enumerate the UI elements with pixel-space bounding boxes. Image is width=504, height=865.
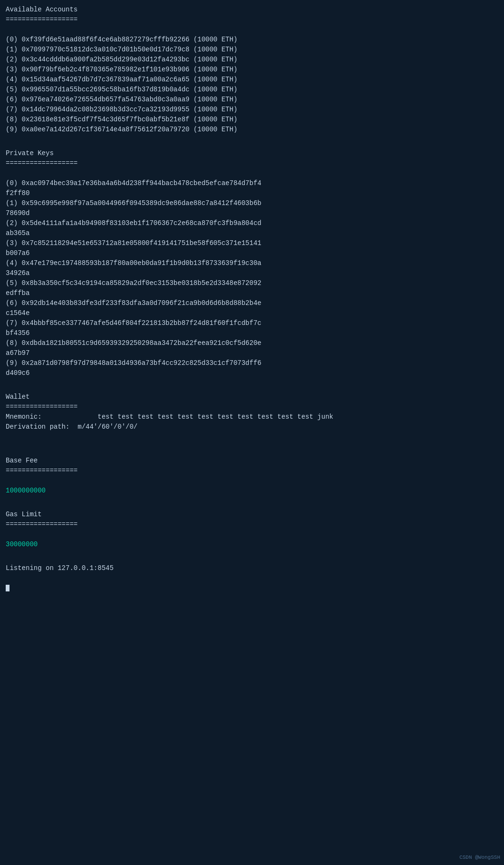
- pk-8: (8) 0xdbda1821b80551c9d65939329250298aa3…: [6, 338, 498, 358]
- account-9: (9) 0xa0ee7a142d267c1f36714e4a8f75612f20…: [6, 125, 498, 135]
- base-fee-section: Base Fee ================== 1000000000: [6, 456, 498, 496]
- account-8: (8) 0x23618e81e3f5cdf7f54c3d65f7fbc0abf5…: [6, 115, 498, 125]
- account-0: (0) 0xf39fd6e51aad88f6f4ce6ab8827279cfff…: [6, 35, 498, 45]
- account-5: (5) 0x9965507d1a55bcc2695c58ba16fb37d819…: [6, 85, 498, 95]
- account-3: (3) 0x90f79bf6eb2c4f870365e785982e1f101e…: [6, 65, 498, 75]
- listening-line: Listening on 127.0.0.1:8545: [6, 563, 498, 573]
- account-4: (4) 0x15d34aaf54267db7d7c367839aaf71a00a…: [6, 75, 498, 85]
- derivation-value: m/44'/60'/0'/0/: [78, 423, 137, 431]
- derivation-line: Derivation path: m/44'/60'/0'/0/: [6, 422, 498, 432]
- accounts-title: Available Accounts: [6, 5, 498, 15]
- gas-limit-title: Gas Limit: [6, 510, 498, 520]
- accounts-list: (0) 0xf39fd6e51aad88f6f4ce6ab8827279cfff…: [6, 35, 498, 135]
- wallet-title: Wallet: [6, 392, 498, 402]
- pk-6: (6) 0x92db14e403b83dfe3df233f83dfa3a0d70…: [6, 298, 498, 318]
- gas-limit-section: Gas Limit ================== 30000000: [6, 510, 498, 550]
- account-7: (7) 0x14dc79964da2c08b23698b3d3cc7ca3219…: [6, 105, 498, 115]
- watermark: CSDN @WongSSH: [459, 854, 500, 862]
- accounts-divider: ==================: [6, 15, 498, 25]
- derivation-label: Derivation path:: [6, 423, 69, 431]
- base-fee-divider: ==================: [6, 466, 498, 476]
- terminal-output: Available Accounts ================== (0…: [6, 5, 498, 593]
- pk-7: (7) 0x4bbbf85ce3377467afe5d46f804f221813…: [6, 318, 498, 338]
- mnemonic-label: Mnemonic:: [6, 413, 42, 421]
- account-6: (6) 0x976ea74026e726554db657fa54763abd0c…: [6, 95, 498, 105]
- listening-text: Listening on 127.0.0.1:8545: [6, 564, 114, 572]
- base-fee-value: 1000000000: [6, 486, 498, 496]
- pk-9: (9) 0x2a871d0798f97d79848a013d4936a73bf4…: [6, 358, 498, 378]
- account-2: (2) 0x3c44cdddb6a900fa2b585dd299e03d12fa…: [6, 55, 498, 65]
- wallet-section: Wallet ================== Mnemonic: test…: [6, 392, 498, 432]
- private-keys-list: (0) 0xac0974bec39a17e36ba4a6b4d238ff944b…: [6, 178, 498, 378]
- mnemonic-line: Mnemonic: test test test test test test …: [6, 412, 498, 422]
- private-keys-divider: ==================: [6, 158, 498, 168]
- pk-2: (2) 0x5de4111afa1a4b94908f83103eb1f17063…: [6, 218, 498, 238]
- terminal-cursor: [6, 585, 10, 591]
- wallet-divider: ==================: [6, 402, 498, 412]
- gas-limit-divider: ==================: [6, 520, 498, 530]
- mnemonic-value: test test test test test test test test …: [97, 413, 333, 421]
- pk-4: (4) 0x47e179ec197488593b187f80a00eb0da91…: [6, 258, 498, 278]
- pk-1: (1) 0x59c6995e998f97a5a0044966f0945389dc…: [6, 198, 498, 218]
- pk-5: (5) 0x8b3a350cf5c34c9194ca85829a2df0ec31…: [6, 278, 498, 298]
- private-keys-title: Private Keys: [6, 148, 498, 158]
- pk-0: (0) 0xac0974bec39a17e36ba4a6b4d238ff944b…: [6, 178, 498, 198]
- gas-limit-value: 30000000: [6, 540, 498, 550]
- private-keys-section: Private Keys ================== (0) 0xac…: [6, 148, 498, 378]
- accounts-section: Available Accounts ================== (0…: [6, 5, 498, 135]
- base-fee-title: Base Fee: [6, 456, 498, 466]
- account-1: (1) 0x70997970c51812dc3a010c7d01b50e0d17…: [6, 45, 498, 55]
- pk-3: (3) 0x7c852118294e51e653712a81e05800f419…: [6, 238, 498, 258]
